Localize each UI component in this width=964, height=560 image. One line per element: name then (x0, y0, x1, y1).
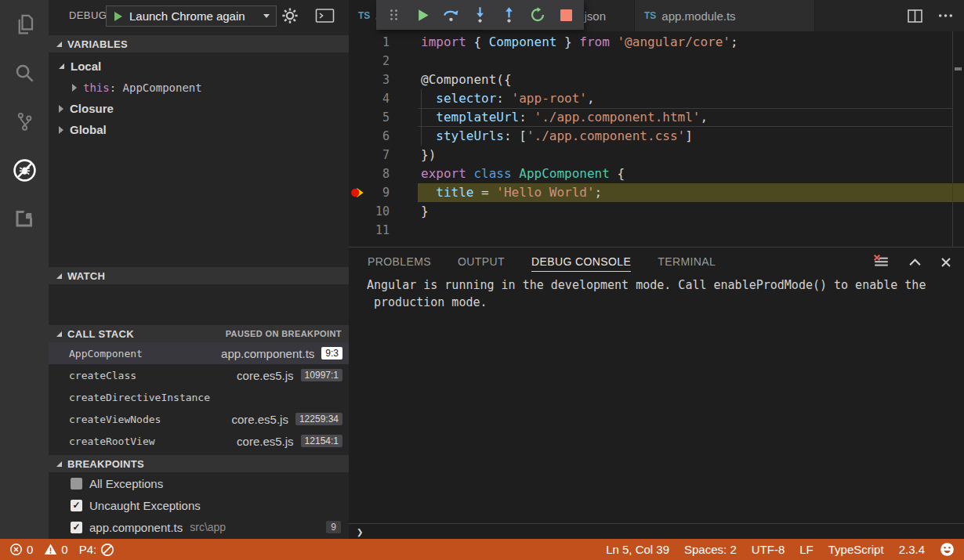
twistie-icon (56, 42, 62, 47)
more-actions-button[interactable] (938, 13, 953, 18)
configure-gear-button[interactable] (281, 7, 299, 24)
overview-ruler[interactable] (952, 31, 953, 247)
stack-frame-createViewNodes[interactable]: createViewNodescore.es5.js12259:34 (49, 408, 349, 430)
breakpoint-checkbox[interactable] (71, 478, 82, 490)
activity-item-extensions[interactable] (0, 194, 49, 243)
console-prompt: ❯ (357, 526, 363, 538)
code-line-2[interactable]: 2 (349, 52, 964, 70)
variables-header-label: VARIABLES (67, 38, 128, 50)
panel-tab-terminal[interactable]: TERMINAL (658, 247, 716, 275)
eol-status[interactable]: LF (799, 543, 814, 556)
tab-app.module.ts[interactable]: TSapp.module.ts (635, 0, 815, 31)
breakpoint-item[interactable]: ✓Uncaught Exceptions (49, 494, 349, 516)
watch-section-header[interactable]: WATCH (49, 267, 349, 284)
split-editor-button[interactable] (908, 9, 922, 23)
panel-actions (873, 254, 951, 270)
breakpoints-section-header[interactable]: BREAKPOINTS (49, 455, 349, 472)
open-debug-console-button[interactable] (315, 8, 335, 23)
continue-button[interactable] (411, 4, 433, 26)
breakpoints-header-label: BREAKPOINTS (67, 458, 144, 470)
stack-frame-createDirectiveInstance[interactable]: createDirectiveInstance (49, 386, 349, 408)
code-editor[interactable]: 1import { Component } from '@angular/cor… (349, 31, 964, 247)
breakpoint-checkbox[interactable]: ✓ (71, 522, 82, 533)
sidebar-title: DEBUG (69, 9, 107, 21)
stop-button[interactable] (555, 4, 577, 26)
indentation-status[interactable]: Spaces: 2 (684, 543, 737, 556)
activity-item-search[interactable] (0, 49, 49, 97)
clear-console-button[interactable] (873, 254, 890, 270)
variable-text: this: AppComponent (83, 81, 202, 94)
line-number: 7 (349, 146, 390, 164)
line-content: selector: 'app-root', (421, 89, 595, 108)
stack-frame-createClass[interactable]: createClasscore.es5.js10997:1 (49, 364, 349, 386)
status-bar-left: 00P4: (9, 543, 114, 557)
variable-this[interactable]: this: AppComponent (49, 77, 349, 98)
status-label: UTF-8 (752, 543, 785, 556)
step-out-button[interactable] (498, 4, 520, 26)
cursor-position-status[interactable]: Ln 5, Col 39 (606, 543, 669, 556)
scrollbar-mark (955, 67, 962, 70)
start-debug-icon[interactable] (113, 11, 123, 22)
panel-tab-problems[interactable]: PROBLEMS (368, 247, 431, 275)
variable-value: : AppComponent (110, 81, 202, 94)
line-number: 6 (349, 127, 390, 146)
code-line-11[interactable]: 11 (349, 221, 964, 240)
frame-file-name: core.es5.js (231, 413, 288, 426)
breakpoint-item[interactable]: ✓app.component.tssrc\app9 (49, 516, 349, 538)
code-line-8[interactable]: 8export class AppComponent { (349, 164, 964, 183)
status-bar-right: Ln 5, Col 39Spaces: 2UTF-8LFTypeScript2.… (606, 542, 955, 557)
code-line-7[interactable]: 7}) (349, 146, 964, 164)
perforce-status[interactable]: P4: (79, 543, 115, 557)
editor-actions (908, 0, 964, 31)
typescript-version-status[interactable]: 2.3.4 (899, 543, 925, 556)
code-line-3[interactable]: 3@Component({ (349, 70, 964, 89)
panel-tab-bar: PROBLEMSOUTPUTDEBUG CONSOLETERMINAL (368, 247, 716, 275)
code-line-4[interactable]: 4 selector: 'app-root', (349, 89, 964, 108)
breakpoint-item[interactable]: All Exceptions (49, 472, 349, 494)
twistie-icon (59, 105, 63, 113)
breakpoints-list: All Exceptions✓Uncaught Exceptions✓app.c… (49, 472, 349, 538)
panel-tab-debug-console[interactable]: DEBUG CONSOLE (531, 247, 631, 275)
restart-button[interactable] (527, 4, 549, 26)
toolbar-drag-handle[interactable] (383, 4, 405, 26)
variables-scope-local[interactable]: Local (49, 56, 349, 77)
warnings-status[interactable]: 0 (44, 543, 67, 556)
code-line-9[interactable]: 9 title = 'Hello World'; (349, 183, 964, 202)
step-into-button[interactable] (469, 4, 491, 26)
code-line-10[interactable]: 10} (349, 202, 964, 221)
code-line-1[interactable]: 1import { Component } from '@angular/cor… (349, 33, 964, 52)
activity-item-debug[interactable] (0, 146, 49, 194)
variables-scope-global[interactable]: Global (49, 119, 349, 140)
twistie-icon (56, 331, 62, 337)
paused-on-breakpoint-badge: PAUSED ON BREAKPOINT (226, 329, 342, 338)
frame-file-name: core.es5.js (237, 435, 294, 448)
stack-frame-AppComponent[interactable]: AppComponentapp.component.ts9:3 (49, 342, 349, 364)
feedback-status[interactable] (940, 542, 955, 557)
explorer-icon (13, 13, 36, 36)
blocked-icon (100, 543, 114, 557)
debug-console-input[interactable]: ❯ (349, 523, 964, 540)
code-line-5[interactable]: 5 templateUrl: './app.component.html', (349, 108, 964, 127)
launch-config-dropdown[interactable]: Launch Chrome again (106, 5, 277, 27)
code-line-6[interactable]: 6 styleUrls: ['./app.component.css'] (349, 127, 964, 146)
twistie-icon (56, 273, 62, 279)
language-mode-status[interactable]: TypeScript (828, 543, 884, 556)
activity-item-explorer[interactable] (0, 0, 49, 49)
errors-status[interactable]: 0 (9, 543, 33, 556)
variables-scope-closure[interactable]: Closure (49, 98, 349, 119)
breakpoint-current-line-icon[interactable] (350, 186, 364, 200)
activity-item-source-control[interactable] (0, 97, 49, 146)
line-content: templateUrl: './app.component.html', (421, 108, 708, 127)
encoding-status[interactable]: UTF-8 (752, 543, 785, 556)
close-panel-button[interactable] (940, 257, 951, 268)
frame-function-name: createRootView (69, 435, 230, 447)
maximize-panel-button[interactable] (908, 258, 922, 266)
console-line: Angular is running in the development mo… (367, 276, 958, 294)
stack-frame-createRootView[interactable]: createRootViewcore.es5.js12154:1 (49, 430, 349, 452)
step-over-button[interactable] (440, 4, 462, 26)
variables-section-header[interactable]: VARIABLES (49, 35, 349, 52)
call-stack-header-label: CALL STACK (67, 328, 134, 340)
breakpoint-checkbox[interactable]: ✓ (71, 500, 82, 511)
panel-tab-output[interactable]: OUTPUT (458, 247, 505, 275)
call-stack-section-header[interactable]: CALL STACK PAUSED ON BREAKPOINT (49, 325, 349, 342)
